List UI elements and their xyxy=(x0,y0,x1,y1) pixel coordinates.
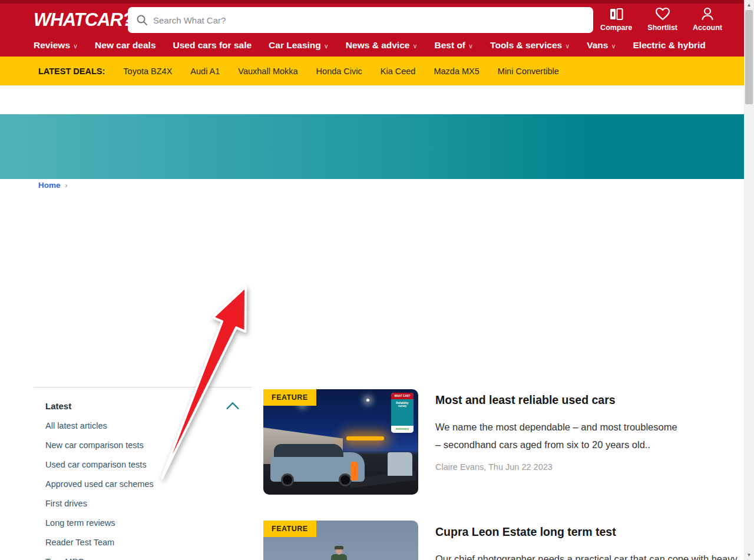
sidebar-item-approved-used-car-schemes[interactable]: Approved used car schemes xyxy=(34,469,252,489)
nav-car-leasing[interactable]: Car Leasing∨ xyxy=(269,40,329,51)
search-icon xyxy=(136,14,148,26)
article-description: Our chief photographer needs a practical… xyxy=(435,550,748,560)
chevron-up-icon[interactable] xyxy=(226,402,240,410)
breadcrumb-chevron-icon: › xyxy=(65,181,68,190)
nav-electric-hybrid[interactable]: Electric & hybrid xyxy=(633,40,705,51)
latest-sidebar: Latest All latest articles New car compa… xyxy=(34,387,252,560)
deal-link-kia-ceed[interactable]: Kia Ceed xyxy=(381,67,416,76)
compare-button[interactable]: Compare xyxy=(600,6,632,32)
deal-link-audi-a1[interactable]: Audi A1 xyxy=(190,67,220,76)
tow-truck-cab xyxy=(388,452,412,476)
sidebar-section-latest[interactable]: Latest xyxy=(34,387,252,411)
sidebar-item-new-car-comparison-tests[interactable]: New car comparison tests xyxy=(34,430,252,450)
deal-link-vauxhall-mokka[interactable]: Vauxhall Mokka xyxy=(238,67,297,76)
compare-label: Compare xyxy=(600,24,632,32)
truck-lightbar xyxy=(346,436,384,440)
feature-badge: FEATURE xyxy=(263,521,316,537)
article-byline: Claire Evans, Thu Jun 22 2023 xyxy=(435,462,553,472)
reliability-survey-label: Reliability survey xyxy=(391,399,414,426)
account-icon xyxy=(700,6,715,22)
breadcrumb-home-link[interactable]: Home xyxy=(38,181,61,190)
nav-new-car-deals[interactable]: New car deals xyxy=(95,40,156,51)
scroll-down-button[interactable]: ▼ xyxy=(744,550,754,560)
chevron-down-icon: ∨ xyxy=(412,42,417,50)
chevron-down-icon: ∨ xyxy=(324,42,329,50)
reliability-survey-badge: WHAT CAR? Reliability survey motoreasy xyxy=(391,393,414,433)
main-nav: Reviews∨ New car deals Used cars for sal… xyxy=(0,34,744,57)
latest-deals-label: LATEST DEALS: xyxy=(38,67,105,76)
chevron-down-icon: ∨ xyxy=(73,42,78,50)
breadcrumb: Home › xyxy=(38,181,68,190)
vertical-scrollbar[interactable]: ▲ ▼ xyxy=(744,0,754,560)
deal-link-toyota-bz4x[interactable]: Toyota BZ4X xyxy=(123,67,172,76)
shortlist-label: Shortlist xyxy=(647,24,677,32)
chevron-down-icon: ∨ xyxy=(565,42,570,50)
article-image-wrap: FEATURE WHAT xyxy=(263,389,418,495)
account-button[interactable]: Account xyxy=(693,6,722,32)
feature-badge: FEATURE xyxy=(263,389,316,406)
search-input[interactable] xyxy=(153,15,585,25)
worker-hi-vis xyxy=(350,462,358,481)
whatcar-logo[interactable]: WHATCAR? xyxy=(34,8,133,32)
motoreasy-logo: motoreasy xyxy=(391,426,414,433)
article-image-wrap: FEATURE xyxy=(263,521,418,560)
header-top-strip xyxy=(0,0,744,4)
scroll-up-button[interactable]: ▲ xyxy=(744,0,754,10)
scrollbar-thumb[interactable] xyxy=(745,10,753,104)
account-label: Account xyxy=(693,24,722,32)
nav-used-cars-for-sale[interactable]: Used cars for sale xyxy=(173,40,252,51)
latest-deals-bar: LATEST DEALS: Toyota BZ4X Audi A1 Vauxha… xyxy=(0,57,744,85)
nav-news-advice[interactable]: News & advice∨ xyxy=(346,40,418,51)
search-bar xyxy=(128,7,593,33)
sidebar-item-first-drives[interactable]: First drives xyxy=(34,489,252,508)
nav-reviews[interactable]: Reviews∨ xyxy=(34,40,78,51)
sidebar-item-reader-test-team[interactable]: Reader Test Team xyxy=(34,528,252,547)
deal-link-mini-convertible[interactable]: Mini Convertible xyxy=(498,67,559,76)
header-actions: Compare Shortlist Account xyxy=(600,6,722,32)
nav-best-of[interactable]: Best of∨ xyxy=(434,40,473,51)
photographer-figure xyxy=(331,554,347,560)
breadcrumb-bar: Home › xyxy=(0,85,744,114)
sidebar-item-true-mpg[interactable]: True MPG xyxy=(34,547,252,560)
whatcar-badge-brand: WHAT CAR? xyxy=(391,393,414,399)
sidebar-item-used-car-comparison-tests[interactable]: Used car comparison tests xyxy=(34,450,252,469)
deal-link-mazda-mx5[interactable]: Mazda MX5 xyxy=(434,67,479,76)
heart-icon xyxy=(654,6,671,22)
hero-banner xyxy=(0,114,744,179)
sidebar-item-all-latest-articles[interactable]: All latest articles xyxy=(34,411,252,430)
whatcar-homepage: WHATCAR? Compare Shortlist xyxy=(0,0,754,560)
chevron-down-icon: ∨ xyxy=(611,42,616,50)
article-title[interactable]: Cupra Leon Estate long term test xyxy=(435,525,616,539)
article-title[interactable]: Most and least reliable used cars xyxy=(435,393,616,407)
sidebar-title: Latest xyxy=(45,401,71,411)
chevron-down-icon: ∨ xyxy=(468,42,473,50)
site-header: WHATCAR? Compare Shortlist xyxy=(0,0,744,57)
sidebar-item-long-term-reviews[interactable]: Long term reviews xyxy=(34,508,252,528)
article-description: We name the most dependable – and most t… xyxy=(435,418,683,453)
compare-icon xyxy=(609,6,624,22)
shortlist-button[interactable]: Shortlist xyxy=(647,6,677,32)
nav-tools-services[interactable]: Tools & services∨ xyxy=(490,40,570,51)
nav-vans[interactable]: Vans∨ xyxy=(587,40,616,51)
deal-link-honda-civic[interactable]: Honda Civic xyxy=(316,67,362,76)
